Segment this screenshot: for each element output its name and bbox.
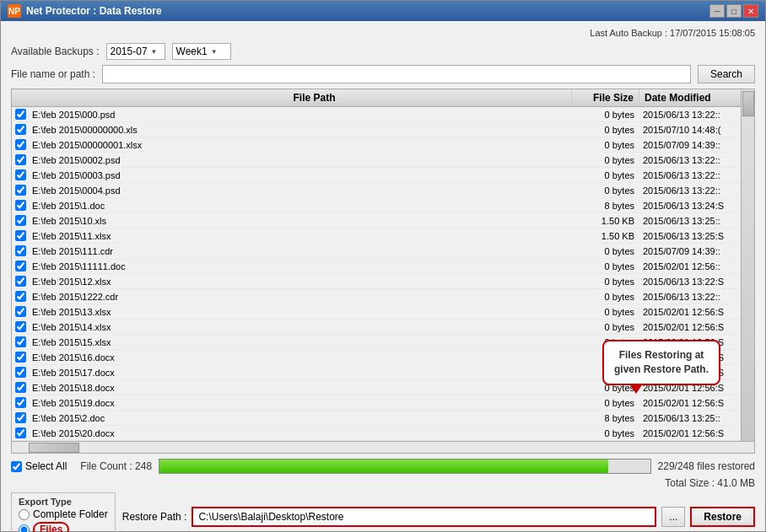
horizontal-scrollbar[interactable] (12, 441, 754, 453)
row-checkbox-cell[interactable] (12, 154, 29, 165)
file-name-input[interactable] (102, 65, 691, 83)
row-checkbox-cell[interactable] (12, 427, 29, 438)
restore-button[interactable]: Restore (690, 507, 755, 527)
select-all-checkbox[interactable] (11, 461, 22, 472)
row-checkbox[interactable] (15, 367, 26, 378)
row-checkbox-cell[interactable] (12, 336, 29, 347)
table-row[interactable]: E:\feb 2015\14.xlsx 0 bytes 2015/02/01 1… (12, 320, 741, 335)
restore-path-input[interactable] (192, 507, 656, 527)
row-checkbox-cell[interactable] (12, 109, 29, 120)
backup-month-dropdown[interactable]: 2015-07 ▼ (106, 43, 165, 60)
table-row[interactable]: E:\feb 2015\12.xlsx 0 bytes 2015/06/13 1… (12, 274, 741, 289)
row-checkbox[interactable] (15, 291, 26, 302)
select-all-label: Select All (25, 460, 67, 472)
table-row[interactable]: E:\feb 2015\16.docx 1.86 KB 2015/02/01 1… (12, 350, 741, 365)
table-row[interactable]: E:\feb 2015\0003.psd 0 bytes 2015/06/13 … (12, 168, 741, 183)
table-row[interactable]: E:\feb 2015\00000000.xls 0 bytes 2015/07… (12, 122, 741, 137)
scrollbar[interactable] (741, 89, 754, 441)
table-row[interactable]: E:\feb 2015\1222.cdr 0 bytes 2015/06/13 … (12, 289, 741, 304)
row-checkbox-cell[interactable] (12, 367, 29, 378)
row-checkbox[interactable] (15, 139, 26, 150)
row-checkbox-cell[interactable] (12, 124, 29, 135)
table-wrapper: File Path File Size Date Modified E:\feb… (12, 89, 754, 441)
table-row[interactable]: E:\feb 2015\11.xlsx 1.50 KB 2015/06/13 1… (12, 228, 741, 244)
progress-bar (159, 459, 651, 474)
table-row[interactable]: E:\feb 2015\10.xls 1.50 KB 2015/06/13 13… (12, 213, 741, 228)
table-row[interactable]: E:\feb 2015\000.psd 0 bytes 2015/06/13 1… (12, 107, 741, 122)
top-bar: Last Auto Backup : 17/07/2015 15:08:05 (11, 28, 755, 38)
row-checkbox[interactable] (15, 276, 26, 287)
row-checkbox-cell[interactable] (12, 245, 29, 256)
complete-folder-radio[interactable] (19, 509, 30, 520)
row-checkbox-cell[interactable] (12, 412, 29, 423)
table-row[interactable]: E:\feb 2015\2.doc 8 bytes 2015/06/13 13:… (12, 411, 741, 426)
row-checkbox[interactable] (15, 215, 26, 226)
file-name-row: File name or path : Search (11, 65, 755, 83)
table-row[interactable]: E:\feb 2015\11111.doc 0 bytes 2015/02/01… (12, 259, 741, 274)
row-checkbox-cell[interactable] (12, 321, 29, 332)
row-filesize: 0 bytes (572, 124, 639, 136)
row-checkbox-cell[interactable] (12, 139, 29, 150)
table-row[interactable]: E:\feb 2015\13.xlsx 0 bytes 2015/02/01 1… (12, 304, 741, 320)
row-checkbox[interactable] (15, 306, 26, 317)
row-checkbox-cell[interactable] (12, 306, 29, 317)
backup-week-dropdown[interactable]: Week1 ▼ (172, 43, 231, 60)
row-checkbox-cell[interactable] (12, 261, 29, 271)
files-radio[interactable] (19, 524, 30, 533)
row-datemod: 2015/02/01 12:56:S (639, 367, 741, 379)
row-filepath: E:\feb 2015\15.xlsx (29, 336, 572, 348)
row-filesize: 0 bytes (572, 382, 639, 394)
table-row[interactable]: E:\feb 2015\1.doc 8 bytes 2015/06/13 13:… (12, 198, 741, 213)
row-checkbox[interactable] (15, 382, 26, 393)
file-table-container: File Path File Size Date Modified E:\feb… (11, 89, 755, 454)
row-filesize: 1.50 KB (572, 215, 639, 227)
row-checkbox-cell[interactable] (12, 382, 29, 393)
table-row[interactable]: E:\feb 2015\18.docx 0 bytes 2015/02/01 1… (12, 380, 741, 395)
table-row[interactable]: E:\feb 2015\15.xlsx 0 bytes 2015/02/01 1… (12, 335, 741, 350)
row-checkbox[interactable] (15, 261, 26, 271)
table-row[interactable]: E:\feb 2015\19.docx 0 bytes 2015/02/01 1… (12, 395, 741, 411)
row-checkbox-cell[interactable] (12, 185, 29, 196)
row-checkbox[interactable] (15, 427, 26, 438)
row-checkbox-cell[interactable] (12, 352, 29, 363)
row-checkbox[interactable] (15, 397, 26, 408)
row-checkbox-cell[interactable] (12, 276, 29, 287)
row-filepath: E:\feb 2015\0002.psd (29, 154, 572, 166)
row-checkbox-cell[interactable] (12, 215, 29, 226)
table-row[interactable]: E:\feb 2015\00000001.xlsx 0 bytes 2015/0… (12, 137, 741, 153)
row-checkbox-cell[interactable] (12, 169, 29, 180)
row-checkbox[interactable] (15, 336, 26, 347)
scrollbar-thumb[interactable] (742, 91, 754, 116)
row-checkbox[interactable] (15, 124, 26, 135)
maximize-button[interactable]: □ (726, 4, 742, 18)
row-checkbox[interactable] (15, 154, 26, 165)
row-checkbox[interactable] (15, 321, 26, 332)
row-checkbox[interactable] (15, 245, 26, 256)
table-row[interactable]: E:\feb 2015\17.docx 0 bytes 2015/02/01 1… (12, 365, 741, 380)
row-checkbox[interactable] (15, 109, 26, 120)
h-scrollbar-thumb[interactable] (29, 443, 79, 453)
search-button[interactable]: Search (698, 65, 755, 83)
row-filesize: 0 bytes (572, 185, 639, 196)
row-checkbox-cell[interactable] (12, 291, 29, 302)
row-checkbox[interactable] (15, 352, 26, 363)
close-button[interactable]: ✕ (743, 4, 758, 18)
table-row[interactable]: E:\feb 2015\0004.psd 0 bytes 2015/06/13 … (12, 183, 741, 198)
file-count-label: File Count : 248 (80, 460, 152, 472)
table-row[interactable]: E:\feb 2015\20.docx 0 bytes 2015/02/01 1… (12, 426, 741, 441)
row-checkbox-cell[interactable] (12, 200, 29, 211)
row-checkbox-cell[interactable] (12, 397, 29, 408)
available-backups-label: Available Backups : (11, 46, 100, 57)
row-checkbox[interactable] (15, 412, 26, 423)
row-datemod: 2015/02/01 12:56:S (639, 352, 741, 363)
last-backup-label: Last Auto Backup : 17/07/2015 15:08:05 (590, 28, 755, 38)
minimize-button[interactable]: ─ (709, 4, 725, 18)
row-checkbox[interactable] (15, 200, 26, 211)
table-row[interactable]: E:\feb 2015\0002.psd 0 bytes 2015/06/13 … (12, 153, 741, 168)
row-checkbox-cell[interactable] (12, 230, 29, 241)
browse-button[interactable]: ... (661, 507, 685, 527)
row-checkbox[interactable] (15, 169, 26, 180)
row-checkbox[interactable] (15, 230, 26, 241)
table-row[interactable]: E:\feb 2015\111.cdr 0 bytes 2015/07/09 1… (12, 244, 741, 259)
row-checkbox[interactable] (15, 185, 26, 196)
